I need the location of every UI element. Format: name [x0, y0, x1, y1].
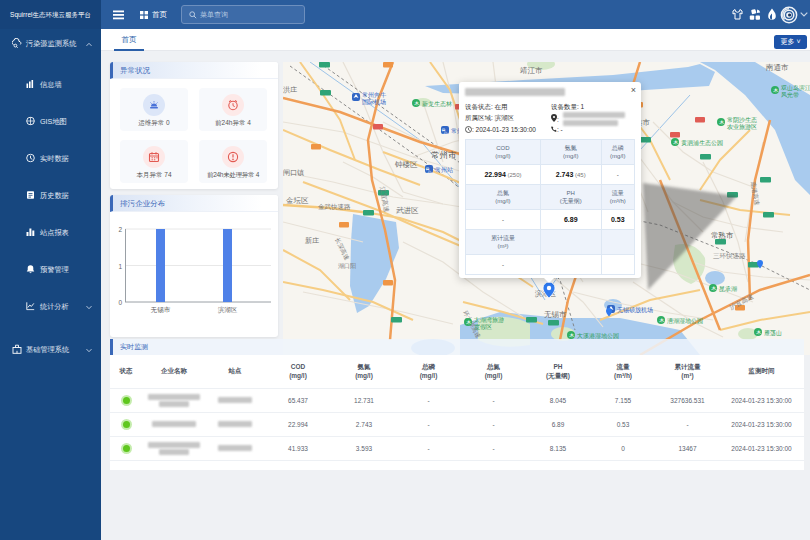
svg-text:0: 0	[118, 299, 122, 306]
svg-text:无锡市: 无锡市	[151, 306, 171, 314]
svg-text:滨湖区: 滨湖区	[218, 306, 238, 314]
svg-text:1: 1	[118, 263, 122, 270]
svg-text:2: 2	[118, 226, 122, 233]
